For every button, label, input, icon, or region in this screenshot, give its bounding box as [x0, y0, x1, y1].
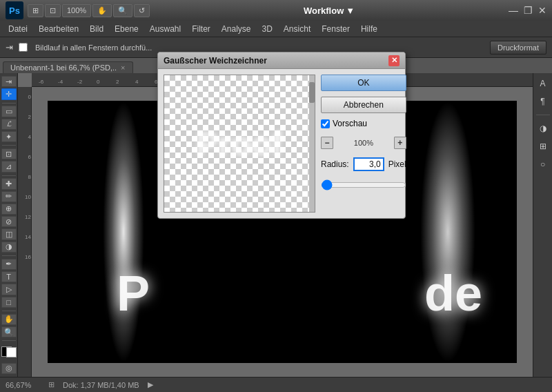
radius-slider[interactable]: [321, 179, 406, 190]
zoom-display: 100%: [62, 4, 91, 17]
status-doc: Dok: 1,37 MB/1,40 MB: [63, 381, 139, 389]
bildlauf-checkbox[interactable]: [19, 43, 28, 52]
tool-divider-6: [2, 340, 16, 341]
menu-datei[interactable]: Datei: [3, 23, 33, 35]
preview-scrollbar[interactable]: [309, 75, 315, 212]
menu-fenster[interactable]: Fenster: [316, 23, 355, 35]
mode-btn-2[interactable]: ⊡: [45, 4, 61, 17]
tool-divider-4: [2, 255, 16, 256]
minimize-btn[interactable]: —: [509, 5, 518, 16]
mode-buttons: ⊞ ⊡ 100% ✋ 🔍 ↺: [28, 4, 150, 17]
restore-btn[interactable]: ❐: [524, 5, 533, 16]
menu-bar: Datei Bearbeiten Bild Ebene Auswahl Filt…: [0, 21, 552, 37]
status-arrow[interactable]: ▶: [148, 380, 153, 389]
radius-unit: Pixel: [388, 159, 406, 169]
druckformat-btn[interactable]: Druckformat: [490, 41, 546, 55]
menu-ebene[interactable]: Ebene: [109, 23, 144, 35]
tool-gradient[interactable]: ◫: [1, 228, 17, 239]
status-nav: ⊞: [48, 380, 55, 389]
tool-text[interactable]: T: [1, 271, 17, 282]
status-zoom: 66,67%: [6, 381, 40, 389]
right-btn-layers[interactable]: ⊞: [535, 139, 551, 154]
ok-button[interactable]: OK: [321, 75, 406, 91]
tool-marquee[interactable]: ▭: [1, 106, 17, 117]
tool-zoom[interactable]: 🔍: [1, 326, 17, 337]
close-btn[interactable]: ✕: [538, 5, 546, 16]
tool-hand[interactable]: ✋: [1, 314, 17, 325]
tool-path-select[interactable]: ▷: [1, 284, 17, 295]
right-btn-sphere[interactable]: ○: [535, 157, 551, 172]
dialog-preview: Proof: [164, 75, 315, 213]
tool-heal[interactable]: ✚: [1, 178, 17, 189]
workflow-chevron: ▼: [346, 6, 355, 16]
tool-shape[interactable]: □: [1, 297, 17, 308]
zoom-minus-btn[interactable]: −: [321, 137, 333, 149]
glow-right: [420, 101, 475, 363]
menu-hilfe[interactable]: Hilfe: [355, 23, 383, 35]
tool-pen[interactable]: ✒: [1, 259, 17, 270]
radius-row: Radius: Pixel: [321, 157, 406, 171]
dialog-controls: OK Abbrechen Vorschau − 100% + Radius: P…: [321, 75, 406, 213]
menu-analyse[interactable]: Analyse: [216, 23, 257, 35]
radius-slider-row: [321, 177, 406, 195]
tool-divider-3: [2, 175, 16, 176]
left-toolbar: ⇥ ✛ ▭ 𝓛 ✦ ⊡ ⊿ ✚ ✏ ⊕ ⊘ ◫ ◑ ✒ T ▷ □ ✋ 🔍 ◎: [0, 73, 18, 377]
tool-selection[interactable]: ⇥: [1, 76, 17, 87]
tool-move[interactable]: ✛: [1, 88, 17, 99]
dialog-zoom-row: − 100% +: [321, 137, 406, 149]
tool-dodge[interactable]: ◑: [1, 242, 17, 253]
dialog-close-btn[interactable]: ✕: [388, 55, 400, 66]
ruler-mark: 4: [135, 79, 155, 85]
dialog-title-bar: Gaußscher Weichzeichner ✕: [158, 52, 405, 69]
canvas-text-p: P: [117, 265, 150, 322]
rotate-btn[interactable]: ↺: [134, 4, 150, 17]
dialog-body: Proof OK Abbrechen Vorschau − 100% +: [158, 69, 405, 218]
dialog-zoom-value: 100%: [336, 139, 391, 147]
tool-eraser[interactable]: ⊘: [1, 216, 17, 227]
preview-scrollbar-thumb[interactable]: [309, 82, 315, 103]
preview-checkbox[interactable]: [321, 119, 330, 128]
doc-tab-close[interactable]: ×: [121, 63, 125, 72]
doc-tab[interactable]: Unbenannt-1 bei 66,7% (PSD,.. ×: [3, 61, 133, 73]
radius-label: Radius:: [321, 159, 349, 169]
preview-blurred-text: Proof: [196, 125, 282, 163]
tool-magic[interactable]: ✦: [1, 131, 17, 142]
tool-eyedropper[interactable]: ⊿: [1, 161, 17, 172]
menu-3d[interactable]: 3D: [257, 23, 278, 35]
menu-ansicht[interactable]: Ansicht: [278, 23, 316, 35]
preview-label: Vorschau: [333, 119, 367, 128]
tool-crop[interactable]: ⊡: [1, 148, 17, 159]
ruler-mark: -6: [39, 79, 58, 85]
gaussian-blur-dialog: Gaußscher Weichzeichner ✕ Proof OK Abbre…: [157, 52, 406, 219]
right-btn-text[interactable]: A: [535, 76, 551, 91]
workflow-btn[interactable]: Workflow ▼: [304, 6, 355, 16]
ruler-mark: 0: [97, 79, 116, 85]
tool-brush[interactable]: ✏: [1, 191, 17, 202]
menu-filter[interactable]: Filter: [186, 23, 216, 35]
doc-tab-title: Unbenannt-1 bei 66,7% (PSD,..: [10, 63, 117, 72]
mode-btn-1[interactable]: ⊞: [28, 4, 43, 17]
quick-mask-btn[interactable]: ◎: [1, 363, 17, 374]
hand-tool-btn[interactable]: ✋: [92, 4, 112, 17]
menu-bearbeiten[interactable]: Bearbeiten: [33, 23, 84, 35]
tool-stamp[interactable]: ⊕: [1, 204, 17, 215]
title-bar: Ps ⊞ ⊡ 100% ✋ 🔍 ↺ Workflow ▼ — ❐ ✕: [0, 0, 552, 21]
zoom-plus-btn[interactable]: +: [394, 137, 406, 149]
color-swatches[interactable]: [1, 346, 17, 357]
right-btn-adjust[interactable]: ◑: [535, 121, 551, 136]
title-bar-right: — ❐ ✕: [509, 5, 546, 16]
ruler-mark: -4: [58, 79, 77, 85]
right-btn-para[interactable]: ¶: [535, 94, 551, 109]
title-bar-center: Workflow ▼: [304, 6, 355, 16]
bg-color[interactable]: [6, 347, 17, 357]
right-panel: A ¶ ◑ ⊞ ○: [533, 73, 552, 377]
canvas-text-de: de: [424, 265, 482, 322]
radius-input[interactable]: [353, 157, 384, 171]
glow-left: [103, 101, 144, 363]
cancel-button[interactable]: Abbrechen: [321, 97, 406, 113]
menu-auswahl[interactable]: Auswahl: [144, 23, 186, 35]
menu-bild[interactable]: Bild: [84, 23, 109, 35]
tool-lasso[interactable]: 𝓛: [1, 119, 17, 130]
title-bar-left: Ps ⊞ ⊡ 100% ✋ 🔍 ↺: [6, 1, 150, 19]
zoom-tool-btn[interactable]: 🔍: [113, 4, 132, 17]
